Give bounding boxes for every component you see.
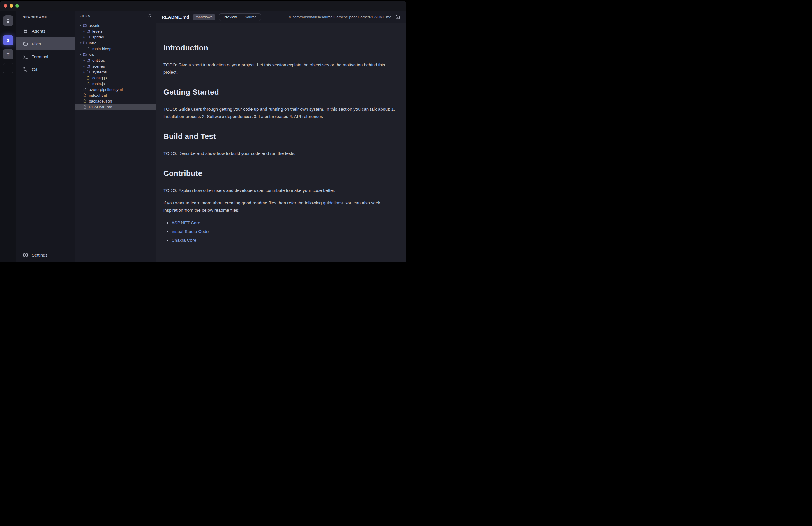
folder-icon — [83, 23, 87, 27]
caret-down-icon[interactable]: ▾ — [78, 53, 83, 56]
tree-row-entities[interactable]: ▸entities — [75, 57, 156, 63]
tree-row-src[interactable]: ▾src — [75, 52, 156, 57]
section-heading: Introduction — [163, 43, 400, 56]
reveal-in-folder-button[interactable] — [395, 15, 400, 20]
files-panel-title: FILES — [79, 14, 90, 18]
workspace-button-s[interactable]: S — [3, 35, 13, 45]
tree-row-assets[interactable]: ▾assets — [75, 23, 156, 28]
tree-row-index-html[interactable]: index.html — [75, 92, 156, 98]
tree-row-scenes[interactable]: ▸scenes — [75, 63, 156, 69]
file-icon — [83, 105, 87, 109]
settings-button[interactable]: Settings — [16, 248, 75, 262]
file-icon — [83, 87, 87, 91]
toggle-source[interactable]: Source — [245, 15, 257, 19]
tree-row-sprites[interactable]: ▸sprites — [75, 34, 156, 40]
sidebar-item-files[interactable]: Files — [16, 37, 75, 50]
section-heading: Getting Started — [163, 87, 400, 100]
git-branch-icon — [23, 67, 28, 72]
readme-link-visual-studio-code[interactable]: Visual Studio Code — [172, 229, 208, 234]
screen: ST + SPACEGAME AgentsFilesTerminalGit S — [0, 0, 406, 263]
left-rail: ST + — [0, 11, 16, 262]
folder-up-icon — [395, 15, 400, 20]
tree-row-config-js[interactable]: config.js — [75, 75, 156, 81]
tree-row-azure-pipelines-yml[interactable]: azure-pipelines.yml — [75, 87, 156, 92]
list-item: Visual Studio Code — [172, 228, 400, 235]
settings-label: Settings — [32, 252, 47, 258]
section-paragraph: TODO: Explain how other users and develo… — [163, 187, 400, 194]
folder-icon — [86, 58, 90, 62]
traffic-light-close[interactable] — [4, 4, 7, 8]
doc-section-getting-started: Getting StartedTODO: Guide users through… — [163, 87, 400, 120]
project-title: SPACEGAME — [23, 15, 47, 19]
tree-row-label: README.md — [89, 105, 112, 109]
sidebar-item-label: Terminal — [32, 54, 48, 59]
traffic-light-minimize[interactable] — [10, 4, 13, 8]
editor-pane: README.md markdown Preview Source /Users… — [156, 11, 406, 262]
sidebar-item-label: Git — [32, 67, 37, 72]
tree-row-main-bicep[interactable]: main.bicep — [75, 46, 156, 52]
guidelines-link[interactable]: guidelines — [323, 200, 343, 205]
section-paragraph: If you want to learn more about creating… — [163, 199, 400, 214]
list-item: ASP.NET Core — [172, 219, 400, 226]
caret-right-icon[interactable]: ▸ — [82, 30, 86, 33]
app-body: ST + SPACEGAME AgentsFilesTerminalGit S — [0, 11, 406, 262]
caret-right-icon[interactable]: ▸ — [82, 59, 86, 62]
tree-row-label: infra — [89, 41, 97, 45]
sidebar-item-terminal[interactable]: Terminal — [16, 50, 75, 63]
tree-row-systems[interactable]: ▸systems — [75, 69, 156, 75]
readme-links-list: ASP.NET CoreVisual Studio CodeChakra Cor… — [163, 219, 400, 244]
rail-divider — [4, 30, 12, 30]
readme-link-chakra-core[interactable]: Chakra Core — [172, 238, 196, 243]
tree-row-package-json[interactable]: package.json — [75, 98, 156, 104]
workspace-button-t[interactable]: T — [3, 49, 13, 59]
refresh-icon — [147, 14, 151, 18]
doc-section-build-and-test: Build and TestTODO: Describe and show ho… — [163, 132, 400, 157]
refresh-button[interactable] — [147, 14, 152, 18]
folder-icon — [23, 41, 28, 47]
section-paragraph: TODO: Describe and show how to build you… — [163, 150, 400, 157]
tree-row-main-js[interactable]: main.js — [75, 81, 156, 87]
tree-row-label: assets — [89, 23, 100, 28]
caret-down-icon[interactable]: ▾ — [78, 24, 83, 27]
sidebar: SPACEGAME AgentsFilesTerminalGit Setting… — [16, 11, 75, 262]
tree-row-label: package.json — [89, 99, 112, 103]
sidebar-nav: AgentsFilesTerminalGit — [16, 23, 75, 76]
tree-row-readme-md[interactable]: README.md — [75, 104, 156, 110]
caret-right-icon[interactable]: ▸ — [82, 65, 86, 68]
caret-right-icon[interactable]: ▸ — [82, 36, 86, 39]
file-icon — [86, 82, 90, 86]
tree-row-levels[interactable]: ▸levels — [75, 28, 156, 34]
caret-down-icon[interactable]: ▾ — [78, 42, 83, 44]
sidebar-item-label: Files — [32, 41, 41, 46]
add-workspace-button[interactable]: + — [3, 63, 13, 73]
folder-icon — [86, 29, 90, 33]
home-icon — [5, 18, 11, 24]
file-icon — [83, 93, 87, 97]
sidebar-item-git[interactable]: Git — [16, 63, 75, 76]
list-item: Chakra Core — [172, 236, 400, 244]
tree-row-label: config.js — [92, 76, 107, 80]
caret-right-icon[interactable]: ▸ — [82, 71, 86, 73]
files-panel: FILES ▾assets▸levels▸sprites▾inframain.b… — [75, 11, 156, 262]
section-paragraph: TODO: Guide users through getting your c… — [163, 105, 400, 120]
tree-row-label: systems — [92, 70, 107, 74]
sidebar-item-agents[interactable]: Agents — [16, 25, 75, 37]
sidebar-header: SPACEGAME — [16, 11, 75, 23]
tree-row-label: azure-pipelines.yml — [89, 87, 122, 92]
tree-row-label: main.js — [92, 82, 105, 86]
home-button[interactable] — [3, 15, 13, 26]
toggle-preview[interactable]: Preview — [223, 15, 237, 19]
doc-section-introduction: IntroductionTODO: Give a short introduct… — [163, 43, 400, 76]
tree-row-label: scenes — [92, 64, 105, 69]
readme-link-asp-net-core[interactable]: ASP.NET Core — [172, 220, 200, 225]
tree-row-label: src — [89, 53, 94, 57]
app-window: ST + SPACEGAME AgentsFilesTerminalGit S — [0, 1, 406, 262]
titlebar[interactable] — [0, 1, 406, 11]
language-badge: markdown — [193, 14, 216, 20]
view-toggle: Preview Source — [219, 13, 261, 21]
traffic-lights — [4, 4, 19, 8]
tree-row-infra[interactable]: ▾infra — [75, 40, 156, 46]
file-path: /Users/masonallen/source/Games/SpaceGame… — [289, 15, 391, 19]
traffic-light-zoom[interactable] — [15, 4, 19, 8]
section-paragraph: TODO: Give a short introduction of your … — [163, 61, 400, 76]
